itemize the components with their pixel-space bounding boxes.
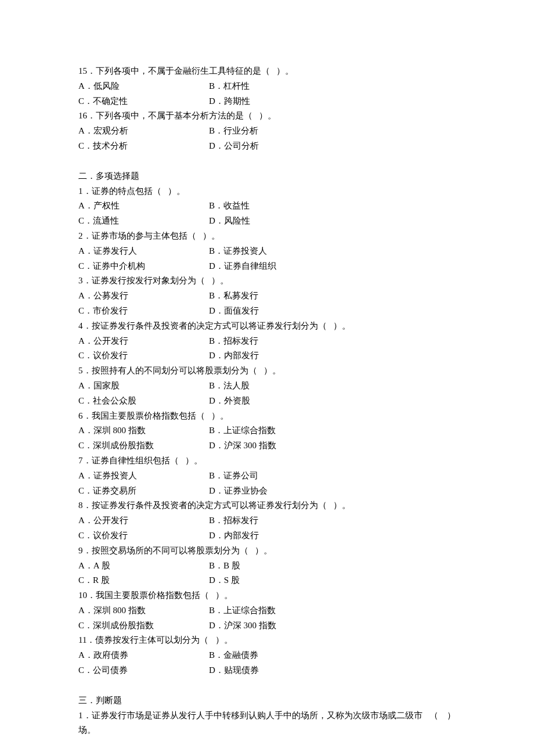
multi-q9-stem: 9．按照交易场所的不同可以将股票划分为（ ）。 [78,543,456,559]
multi-q6-d: D．沪深 300 指数 [209,438,276,453]
multi-q8-d: D．内部发行 [209,528,259,543]
multi-q11-c: C．公司债券 [78,663,209,678]
multi-q2-stem: 2．证券市场的参与主体包括（ ）。 [78,229,456,244]
multi-q5-a: A．国家股 [78,379,209,394]
multi-q9-b: B．B 股 [209,559,240,574]
single-q15-stem: 15．下列各项中，不属于金融衍生工具特征的是（ ）。 [78,64,456,79]
multi-q4-row-cd: C．议价发行 D．内部发行 [78,348,456,363]
multi-q1-c: C．流通性 [78,214,209,229]
multi-q7-d: D．证券业协会 [209,484,268,499]
multi-q3-d: D．面值发行 [209,304,259,319]
multi-q10-c: C．深圳成份股指数 [78,618,209,633]
tf-q1-stem: 1．证券发行市场是证券从发行人手中转移到认购人手中的场所，又称为次级市场或二级市… [78,708,426,739]
multi-q1-d: D．风险性 [209,214,250,229]
multi-q6-c: C．深圳成份股指数 [78,438,209,453]
multi-q1-b: B．收益性 [209,199,250,214]
multi-q11-stem: 11．债券按发行主体可以划分为（ ）。 [78,633,456,648]
multi-q7-row-ab: A．证券投资人 B．证券公司 [78,469,456,484]
multi-q5-row-ab: A．国家股 B．法人股 [78,379,456,394]
multi-q4-stem: 4．按证券发行条件及投资者的决定方式可以将证券发行划分为（ ）。 [78,319,456,334]
multi-q9-a: A．A 股 [78,559,209,574]
multi-q11-d: D．贴现债券 [209,663,259,678]
tf-q1: 1．证券发行市场是证券从发行人手中转移到认购人手中的场所，又称为次级市场或二级市… [78,708,456,739]
single-q16-c: C．技术分析 [78,139,209,154]
multi-q11-row-cd: C．公司债券 D．贴现债券 [78,663,456,678]
multi-q5-b: B．法人股 [209,379,250,394]
multi-q10-stem: 10．我国主要股票价格指数包括（ ）。 [78,588,456,603]
multi-q3-b: B．私募发行 [209,289,258,304]
multi-q10-row-cd: C．深圳成份股指数 D．沪深 300 指数 [78,618,456,633]
multi-q9-d: D．S 股 [209,573,240,588]
multi-q4-d: D．内部发行 [209,348,259,363]
multi-q6-b: B．上证综合指数 [209,423,276,438]
multi-q6-stem: 6．我国主要股票价格指数包括（ ）。 [78,409,456,424]
multi-q8-c: C．议价发行 [78,528,209,543]
multi-q2-row-cd: C．证券中介机构 D．证券自律组织 [78,259,456,274]
multi-q1-row-cd: C．流通性 D．风险性 [78,214,456,229]
multi-q7-a: A．证券投资人 [78,469,209,484]
single-q16-a: A．宏观分析 [78,124,209,139]
multi-q8-a: A．公开发行 [78,513,209,528]
multi-q4-row-ab: A．公开发行 B．招标发行 [78,334,456,349]
multi-q8-row-cd: C．议价发行 D．内部发行 [78,528,456,543]
single-q16-b: B．行业分析 [209,124,258,139]
multi-q5-d: D．外资股 [209,394,250,409]
multi-q2-b: B．证券投资人 [209,244,267,259]
multi-q2-a: A．证券发行人 [78,244,209,259]
single-q15-a: A．低风险 [78,79,209,94]
multi-q11-a: A．政府债券 [78,648,209,663]
single-q15-row-cd: C．不确定性 D．跨期性 [78,94,456,109]
multi-q3-row-cd: C．市价发行 D．面值发行 [78,304,456,319]
multi-q11-b: B．金融债券 [209,648,258,663]
multi-q10-row-ab: A．深圳 800 指数 B．上证综合指数 [78,603,456,618]
single-q15-d: D．跨期性 [209,94,250,109]
multi-q5-row-cd: C．社会公众股 D．外资股 [78,394,456,409]
single-q15-c: C．不确定性 [78,94,209,109]
multi-heading: 二．多项选择题 [78,169,456,184]
multi-q2-c: C．证券中介机构 [78,259,209,274]
multi-q9-row-cd: C．R 股 D．S 股 [78,573,456,588]
multi-q10-b: B．上证综合指数 [209,603,276,618]
multi-q3-c: C．市价发行 [78,304,209,319]
multi-q7-c: C．证券交易所 [78,484,209,499]
multi-q1-a: A．产权性 [78,199,209,214]
multi-q4-b: B．招标发行 [209,334,258,349]
multi-q5-c: C．社会公众股 [78,394,209,409]
multi-q3-a: A．公募发行 [78,289,209,304]
multi-q9-c: C．R 股 [78,573,209,588]
multi-q9-row-ab: A．A 股 B．B 股 [78,559,456,574]
multi-q6-row-cd: C．深圳成份股指数 D．沪深 300 指数 [78,438,456,453]
tf-heading: 三．判断题 [78,693,456,708]
multi-q3-stem: 3．证券发行按发行对象划分为（ ）。 [78,273,456,289]
multi-q1-stem: 1．证券的特点包括（ ）。 [78,184,456,199]
multi-q5-stem: 5．按照持有人的不同划分可以将股票划分为（ ）。 [78,363,456,379]
multi-q7-b: B．证券公司 [209,469,258,484]
multi-q11-row-ab: A．政府债券 B．金融债券 [78,648,456,663]
multi-q8-b: B．招标发行 [209,513,258,528]
exam-page: 15．下列各项中，不属于金融衍生工具特征的是（ ）。 A．低风险 B．杠杆性 C… [0,0,534,756]
multi-q2-d: D．证券自律组织 [209,259,276,274]
single-q16-row-ab: A．宏观分析 B．行业分析 [78,124,456,139]
multi-q7-stem: 7．证券自律性组织包括（ ）。 [78,453,456,469]
multi-q7-row-cd: C．证券交易所 D．证券业协会 [78,484,456,499]
single-q15-b: B．杠杆性 [209,79,250,94]
multi-q10-d: D．沪深 300 指数 [209,618,276,633]
multi-q4-c: C．议价发行 [78,348,209,363]
tf-q1-blank: （ ） [426,708,456,739]
single-q15-row-ab: A．低风险 B．杠杆性 [78,79,456,94]
multi-q2-row-ab: A．证券发行人 B．证券投资人 [78,244,456,259]
multi-q8-stem: 8．按证券发行条件及投资者的决定方式可以将证券发行划分为（ ）。 [78,498,456,513]
multi-q3-row-ab: A．公募发行 B．私募发行 [78,289,456,304]
multi-q10-a: A．深圳 800 指数 [78,603,209,618]
multi-q6-row-ab: A．深圳 800 指数 B．上证综合指数 [78,423,456,438]
single-q16-row-cd: C．技术分析 D．公司分析 [78,139,456,154]
single-q16-d: D．公司分析 [209,139,259,154]
multi-q6-a: A．深圳 800 指数 [78,423,209,438]
multi-q8-row-ab: A．公开发行 B．招标发行 [78,513,456,528]
single-q16-stem: 16．下列各项中，不属于基本分析方法的是（ ）。 [78,109,456,124]
multi-q4-a: A．公开发行 [78,334,209,349]
multi-q1-row-ab: A．产权性 B．收益性 [78,199,456,214]
